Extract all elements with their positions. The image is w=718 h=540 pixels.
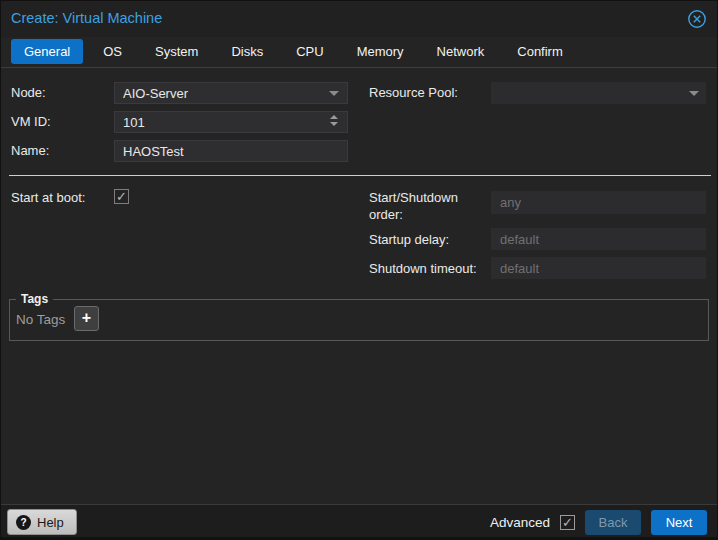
close-icon bbox=[687, 9, 707, 29]
close-button[interactable] bbox=[685, 7, 709, 31]
wizard-tabbar: General OS System Disks CPU Memory Netwo… bbox=[1, 39, 717, 68]
name-label: Name: bbox=[11, 143, 49, 158]
dialog-titlebar: Create: Virtual Machine bbox=[1, 1, 717, 37]
advanced-section-divider bbox=[9, 175, 711, 176]
spin-down-icon[interactable] bbox=[330, 122, 338, 126]
vmid-spinner-buttons[interactable] bbox=[330, 115, 338, 126]
resource-pool-combo[interactable] bbox=[491, 82, 706, 104]
start-shutdown-order-label: Start/Shutdown order: bbox=[369, 189, 481, 223]
no-tags-text: No Tags bbox=[16, 312, 65, 327]
next-button[interactable]: Next bbox=[651, 510, 707, 535]
start-shutdown-order-input[interactable] bbox=[491, 191, 706, 214]
node-combo[interactable] bbox=[114, 82, 348, 104]
tab-confirm[interactable]: Confirm bbox=[504, 39, 576, 64]
tab-os[interactable]: OS bbox=[90, 39, 135, 64]
name-input[interactable] bbox=[114, 140, 348, 162]
tab-general[interactable]: General bbox=[11, 39, 83, 64]
create-vm-dialog: Create: Virtual Machine General OS Syste… bbox=[0, 0, 718, 540]
check-icon: ✓ bbox=[116, 189, 127, 204]
start-at-boot-checkbox[interactable]: ✓ bbox=[114, 189, 129, 204]
shutdown-timeout-input[interactable] bbox=[491, 257, 706, 279]
advanced-checkbox[interactable]: ✓ bbox=[560, 515, 575, 530]
check-icon: ✓ bbox=[562, 515, 573, 530]
dialog-title: Create: Virtual Machine bbox=[11, 10, 162, 26]
node-label: Node: bbox=[11, 85, 46, 100]
dialog-footer: ? Help Advanced ✓ Back Next bbox=[1, 504, 717, 537]
tab-cpu[interactable]: CPU bbox=[283, 39, 336, 64]
tags-fieldset: Tags No Tags + bbox=[9, 299, 709, 341]
tab-memory[interactable]: Memory bbox=[344, 39, 417, 64]
vmid-label: VM ID: bbox=[11, 114, 51, 129]
shutdown-timeout-label: Shutdown timeout: bbox=[369, 261, 477, 276]
tab-disks[interactable]: Disks bbox=[218, 39, 276, 64]
startup-delay-input[interactable] bbox=[491, 228, 706, 250]
tags-legend: Tags bbox=[16, 292, 53, 306]
advanced-toggle-label: Advanced bbox=[490, 515, 550, 530]
help-button[interactable]: ? Help bbox=[7, 509, 77, 535]
tab-system[interactable]: System bbox=[142, 39, 211, 64]
start-at-boot-label: Start at boot: bbox=[11, 190, 85, 205]
back-button[interactable]: Back bbox=[585, 510, 641, 535]
help-button-label: Help bbox=[37, 515, 64, 530]
resource-pool-label: Resource Pool: bbox=[369, 85, 458, 100]
plus-icon: + bbox=[82, 309, 91, 326]
spin-up-icon[interactable] bbox=[330, 115, 338, 119]
help-icon: ? bbox=[16, 515, 31, 530]
startup-delay-label: Startup delay: bbox=[369, 232, 449, 247]
vmid-spinner-input[interactable] bbox=[114, 111, 348, 133]
tab-network[interactable]: Network bbox=[424, 39, 498, 64]
add-tag-button[interactable]: + bbox=[74, 306, 99, 331]
